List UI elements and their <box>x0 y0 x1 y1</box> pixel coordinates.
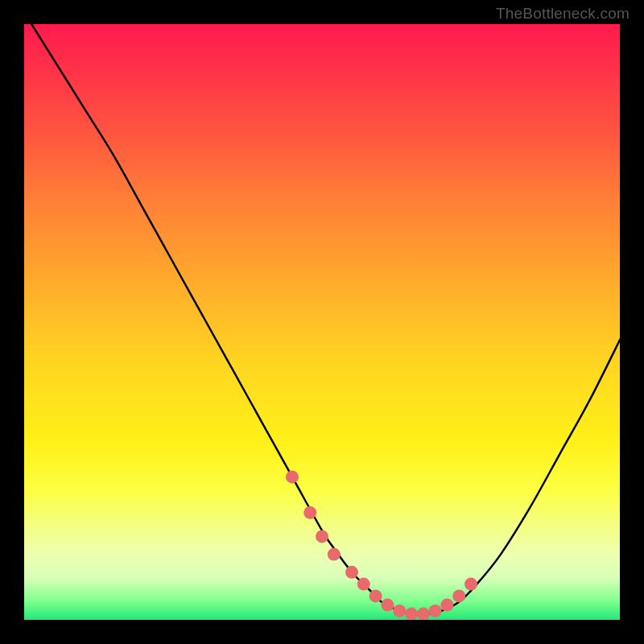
chart-marker-group <box>286 470 477 620</box>
chart-marker-dot <box>328 548 341 561</box>
chart-marker-dot <box>464 578 477 591</box>
chart-marker-dot <box>316 530 328 543</box>
chart-marker-dot <box>440 599 453 612</box>
chart-marker-dot <box>452 589 465 602</box>
chart-marker-dot <box>286 470 299 483</box>
chart-marker-dot <box>357 578 370 591</box>
chart-line-curve <box>24 24 620 614</box>
chart-marker-dot <box>393 605 406 617</box>
chart-marker-dot <box>303 506 316 519</box>
chart-marker-dot <box>369 589 382 602</box>
chart-marker-dot <box>417 608 430 620</box>
watermark-text: TheBottleneck.com <box>496 5 630 23</box>
chart-marker-dot <box>345 566 358 579</box>
chart-marker-dot <box>429 605 442 617</box>
chart-marker-dot <box>381 599 394 612</box>
chart-plot-area <box>24 24 620 620</box>
chart-svg <box>24 24 620 620</box>
chart-marker-dot <box>405 608 418 620</box>
